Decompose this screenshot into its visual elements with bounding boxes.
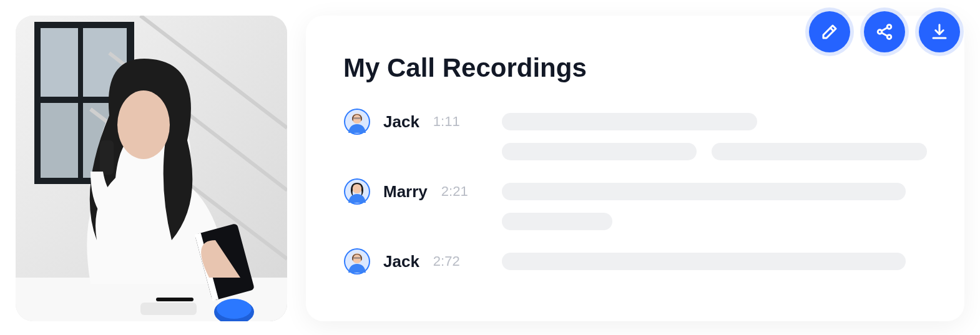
transcript-placeholder: [502, 108, 927, 160]
svg-line-32: [881, 27, 888, 31]
svg-rect-16: [140, 303, 197, 315]
recording-time: 2:72: [433, 253, 460, 269]
avatar: [343, 248, 371, 275]
svg-rect-11: [100, 140, 114, 175]
transcript-placeholder: [502, 248, 927, 270]
svg-rect-4: [41, 103, 78, 178]
svg-rect-21: [353, 117, 361, 119]
recording-row[interactable]: Marry 2:21: [343, 178, 927, 230]
download-button[interactable]: [919, 11, 960, 52]
profile-photo: [16, 16, 287, 321]
svg-point-15: [217, 299, 252, 319]
svg-line-33: [881, 33, 888, 36]
recordings-card: My Call Recordings Jack 1:11 Marry 2:21: [306, 16, 964, 321]
svg-rect-2: [41, 28, 78, 97]
recording-time: 2:21: [441, 183, 468, 200]
recording-time: 1:11: [433, 114, 460, 130]
svg-rect-17: [156, 298, 194, 301]
edit-button[interactable]: [809, 11, 850, 52]
svg-rect-28: [353, 257, 361, 259]
action-bar: [809, 11, 960, 52]
recording-name: Jack: [383, 112, 419, 132]
recording-name: Jack: [383, 252, 419, 271]
transcript-placeholder: [502, 178, 927, 230]
avatar: [343, 108, 371, 135]
recording-row[interactable]: Jack 1:11: [343, 108, 927, 160]
card-title: My Call Recordings: [343, 53, 927, 83]
recording-name: Marry: [383, 182, 428, 201]
svg-point-10: [117, 90, 170, 159]
share-button[interactable]: [864, 11, 905, 52]
recording-row[interactable]: Jack 2:72: [343, 248, 927, 275]
avatar: [343, 178, 371, 205]
